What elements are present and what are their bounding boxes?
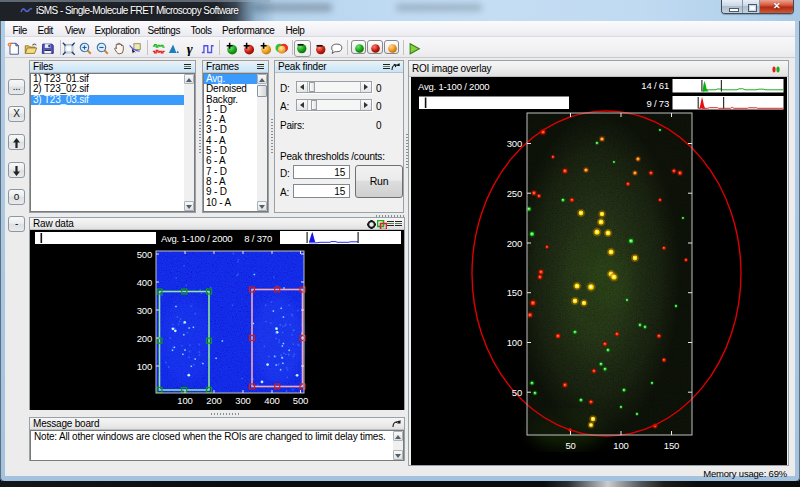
svg-text:8 / 370: 8 / 370 [244,233,272,244]
svg-text:100: 100 [613,440,628,451]
svg-text:300: 300 [137,305,152,316]
svg-text:500: 500 [293,395,308,406]
svg-text:400: 400 [264,395,279,406]
svg-text:250: 250 [507,188,522,199]
svg-text:50: 50 [512,387,522,398]
svg-text:200: 200 [507,238,522,249]
svg-text:200: 200 [206,395,221,406]
svg-text:300: 300 [235,395,250,406]
svg-text:γ: γ [187,42,193,56]
svg-text:Avg. 1-100 / 2000: Avg. 1-100 / 2000 [418,81,489,92]
svg-text:150: 150 [507,287,522,298]
svg-text:100: 100 [137,361,152,372]
svg-text:14 / 61: 14 / 61 [641,80,669,91]
svg-text:500: 500 [137,249,152,260]
svg-text:50: 50 [565,440,575,451]
svg-text:100: 100 [177,395,192,406]
svg-text:200: 200 [137,333,152,344]
svg-text:400: 400 [137,277,152,288]
svg-text:150: 150 [664,440,679,451]
svg-text:Avg. 1-100 / 2000: Avg. 1-100 / 2000 [161,233,232,244]
svg-text:9 / 73: 9 / 73 [646,98,669,109]
svg-text:100: 100 [507,337,522,348]
svg-text:300: 300 [507,138,522,149]
